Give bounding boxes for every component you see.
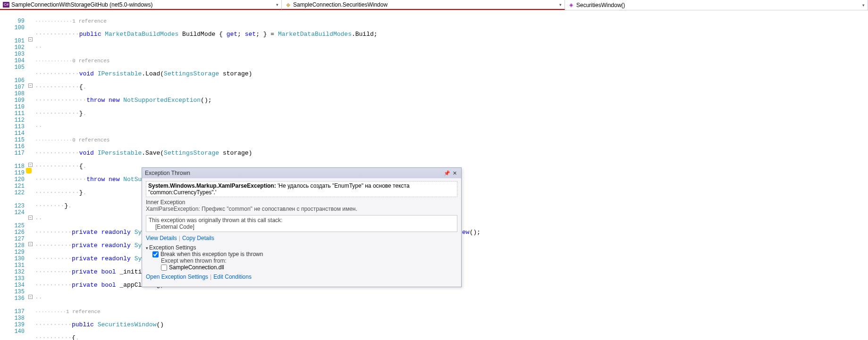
fold-toggle[interactable]: − [28,37,33,41]
fold-toggle[interactable]: − [28,163,33,167]
break-label: Break when this exception type is thrown [160,251,263,257]
inner-exception-header: Inner Exception [146,199,457,206]
exception-type: System.Windows.Markup.XamlParseException… [148,182,276,189]
context-nav-bar: C# SampleConnectionWithStorageGitHub (ne… [0,0,868,10]
chevron-down-icon: ▾ [559,2,562,7]
class-icon: ◆ [285,1,291,8]
exception-titlebar[interactable]: Exception Thrown 📌 ✕ [142,168,461,178]
fold-gutter: − − − − − − [27,10,35,340]
exception-links: View Details|Copy Details [146,235,457,241]
call-stack-header: This exception was originally thrown at … [149,217,455,224]
view-details-link[interactable]: View Details [146,235,177,241]
project-name: SampleConnectionWithStorageGitHub (net5.… [11,1,152,8]
fold-toggle[interactable]: − [28,242,33,246]
expand-triangle-icon: ▾ [146,246,148,250]
exception-body: System.Windows.Markup.XamlParseException… [142,178,461,287]
project-dropdown[interactable]: C# SampleConnectionWithStorageGitHub (ne… [0,0,282,10]
except-module-checkbox[interactable] [161,265,167,271]
break-checkbox[interactable] [152,251,159,257]
fold-toggle[interactable]: − [28,216,33,220]
exception-settings: ▾Exception Settings Break when this exce… [146,244,457,271]
class-dropdown[interactable]: ◆ SampleConnection.SecuritiesWindow ▾ [282,0,565,10]
exception-title: Exception Thrown [145,170,443,176]
open-settings-link[interactable]: Open Exception Settings [146,274,208,280]
fold-toggle[interactable]: − [28,295,33,299]
project-icon: C# [3,2,9,8]
class-name: SampleConnection.SecuritiesWindow [293,1,388,8]
call-stack-box: This exception was originally thrown at … [146,215,457,232]
edit-conditions-link[interactable]: Edit Conditions [213,274,252,280]
close-icon[interactable]: ✕ [451,169,458,177]
lightbulb-icon[interactable] [26,168,32,174]
exception-message: System.Windows.Markup.XamlParseException… [146,181,457,197]
member-name: SecuritiesWindow() [576,2,625,8]
line-number-gutter: 99100 101102103104105 106107108109110111… [9,10,27,340]
fold-toggle[interactable]: − [28,83,33,88]
exception-bottom-links: Open Exception Settings|Edit Conditions [146,274,457,280]
member-dropdown[interactable]: ◈ SecuritiesWindow() ▾ [565,0,868,10]
call-stack-item: [External Code] [149,224,455,230]
breakpoint-gutter[interactable] [0,10,9,340]
pin-icon[interactable]: 📌 [443,169,451,177]
inner-exception-text: XamlParseException: Префикс "common" не … [146,206,457,212]
chevron-down-icon: ▾ [276,2,278,7]
exception-popup: Exception Thrown 📌 ✕ System.Windows.Mark… [142,167,462,287]
method-icon: ◈ [568,2,574,8]
except-module-label: SampleConnection.dll [169,264,224,271]
copy-details-link[interactable]: Copy Details [182,235,214,241]
exception-settings-header[interactable]: ▾Exception Settings [146,244,457,251]
except-label: Except when thrown from: [146,257,457,264]
chevron-down-icon: ▾ [862,3,865,8]
